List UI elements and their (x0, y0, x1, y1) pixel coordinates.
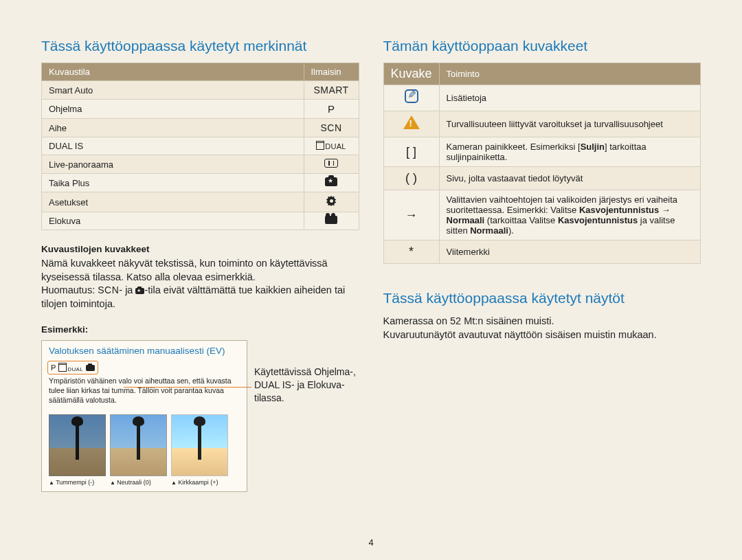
scene-icon: SCN (320, 122, 341, 133)
p2-a: Huomautus: (41, 284, 98, 295)
right-column: Tämän käyttöoppaan kuvakkeet Kuvake Toim… (383, 38, 701, 492)
movie-icon-inline (86, 365, 95, 371)
caption-2: Neutraali (0) (110, 479, 167, 486)
icon-cell: * (383, 240, 439, 264)
example-title: Valotuksen säätäminen manuaalisesti (EV) (42, 341, 247, 359)
mode-cell: Smart Auto (42, 81, 304, 100)
settings-icon (326, 196, 337, 206)
modes-th2: Ilmaisin (304, 63, 359, 81)
desc-cell: Lisätietoja (439, 85, 700, 111)
thumb-neutral (110, 414, 167, 476)
t: Kameran painikkeet. Esimerkiksi [ (447, 142, 581, 152)
desc-cell: Valittavien vaihtoehtojen tai valikoiden… (439, 190, 700, 240)
desc-cell: Kameran painikkeet. Esimerkiksi [Suljin]… (439, 137, 700, 167)
icon-cell: ( ) (383, 167, 439, 190)
icons-table: Kuvake Toiminto Lisätietoja Turvallisuut… (383, 63, 701, 264)
desc-cell: Sivu, jolta vastaavat tiedot löytyvät (439, 167, 700, 190)
mode-cell: Aihe (42, 119, 304, 137)
b: Normaali (447, 215, 485, 225)
indicator-cell: P (304, 100, 359, 119)
example-icon-bar: P DUAL (47, 361, 98, 374)
icons-th2: Toiminto (439, 63, 700, 85)
icon-cell: → (383, 190, 439, 240)
page-number: 4 (368, 537, 373, 548)
example-captions: Tummempi (-) Neutraali (0) Kirkkaampi (+… (42, 479, 247, 491)
right-p2: Kuvaruutunäytöt avautuvat näyttöön sisäi… (383, 328, 701, 342)
b: Suljin (581, 142, 605, 152)
indicator-cell: SMART (304, 81, 359, 100)
right-heading: Tämän käyttöoppaan kuvakkeet (383, 38, 701, 54)
dual-is-icon-inline: DUAL (58, 363, 83, 372)
t: → (659, 205, 671, 215)
callout-note: Käytettävissä Ohjelma-, DUAL IS- ja Elok… (254, 366, 357, 405)
example-images (42, 410, 247, 479)
dual-is-icon: DUAL (316, 142, 346, 150)
program-icon-inline: P (51, 363, 56, 372)
desc-cell: Viitemerkki (439, 240, 700, 264)
program-icon: P (328, 103, 335, 115)
indicator-cell (304, 192, 359, 212)
t: (tarkoittaa Valitse (484, 215, 558, 225)
right-p1: Kamerassa on 52 Mt:n sisäinen muisti. (383, 315, 701, 328)
mode-cell: DUAL IS (42, 137, 304, 155)
callout-line (124, 387, 251, 388)
indicator-cell: SCN (304, 119, 359, 137)
mode-cell: Ohjelma (42, 100, 304, 119)
b: Normaali (470, 225, 508, 236)
icon-cell (383, 85, 439, 111)
icon-cell: [ ] (383, 137, 439, 167)
indicator-cell (304, 174, 359, 192)
indicator-cell: DUAL (304, 137, 359, 155)
warning-icon (403, 115, 420, 129)
panorama-icon (324, 159, 338, 168)
info-icon (405, 89, 418, 103)
paragraph-2: Huomautus: SCN- ja -tila eivät välttämät… (41, 284, 359, 311)
icons-th1: Kuvake (383, 63, 439, 85)
mode-cell: Taika Plus (42, 174, 304, 192)
sub-heading-2: Esimerkki: (41, 324, 359, 335)
caption-1: Tummempi (-) (49, 479, 106, 486)
mode-cell: Asetukset (42, 192, 304, 212)
smart-icon: SMART (313, 85, 348, 96)
modes-th1: Kuvaustila (42, 63, 304, 81)
mode-cell: Live-panoraama (42, 155, 304, 174)
scene-icon-inline: SCN (98, 284, 119, 295)
icon-cell (383, 111, 439, 137)
p2-b: - ja (119, 284, 135, 295)
movie-icon (325, 216, 337, 224)
modes-table: Kuvaustila Ilmaisin Smart Auto SMART Ohj… (41, 63, 359, 230)
t: ). (508, 225, 514, 236)
paragraph-1: Nämä kuvakkeet näkyvät tekstissä, kun to… (41, 257, 359, 284)
thumb-brighter (171, 414, 228, 476)
example-body: Ympäristön vähäinen valo voi aiheuttaa s… (42, 377, 247, 410)
right-heading-2: Tässä käyttöoppaassa käytetyt näytöt (383, 290, 701, 306)
magic-icon-inline (135, 288, 144, 294)
indicator-cell (304, 212, 359, 230)
example-box: Valotuksen säätäminen manuaalisesti (EV)… (41, 340, 247, 492)
thumb-darker (49, 414, 106, 476)
magic-plus-icon (325, 177, 337, 186)
b: Kasvojentunnistus (558, 215, 638, 225)
caption-3: Kirkkaampi (+) (171, 479, 228, 486)
sub-heading-1: Kuvaustilojen kuvakkeet (41, 244, 359, 254)
desc-cell: Turvallisuuteen liittyvät varoitukset ja… (439, 111, 700, 137)
b: Kasvojentunnistus (579, 205, 659, 215)
indicator-cell (304, 155, 359, 174)
left-heading: Tässä käyttöoppaassa käytetyt merkinnät (41, 38, 359, 54)
mode-cell: Elokuva (42, 212, 304, 230)
left-column: Tässä käyttöoppaassa käytetyt merkinnät … (41, 38, 359, 492)
